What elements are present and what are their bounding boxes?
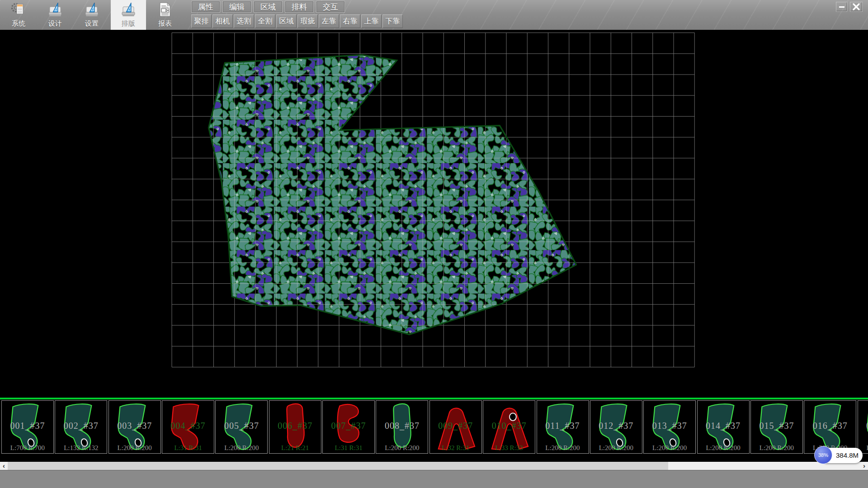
piece-label: 006_#37: [269, 421, 321, 431]
tool-button-10[interactable]: 下靠: [382, 14, 403, 28]
piece-label: 010_#37: [483, 421, 535, 431]
leather-hide-fill: [208, 55, 576, 335]
tool-button-1[interactable]: 聚排: [191, 14, 212, 28]
close-icon: [853, 3, 860, 10]
piece-thumbnail-012_#37[interactable]: 012_#37L:200 R:200: [590, 400, 642, 454]
system-gear-icon: [11, 2, 26, 17]
piece-label: 008_#37: [376, 421, 428, 431]
piece-lr-count: L:200 R:200: [751, 444, 802, 452]
piece-hole: [509, 413, 516, 421]
app-label: 系统: [1, 19, 36, 28]
piece-thumbnail-011_#37[interactable]: 011_#37L:200 R:200: [537, 400, 589, 454]
close-button[interactable]: [850, 2, 863, 12]
nesting-canvas[interactable]: [0, 30, 868, 398]
piece-thumbnail-001_#37[interactable]: 001_#37L:700 R:700: [1, 400, 54, 454]
tool-button-5[interactable]: 区域: [276, 14, 297, 28]
piece-label: 015_#37: [751, 421, 802, 431]
tool-button-6[interactable]: 瑕疵: [297, 14, 318, 28]
piece-label: 012_#37: [590, 421, 642, 431]
progress-value: 38%: [818, 452, 828, 458]
settings-ruler-icon: [84, 2, 99, 17]
piece-label: 009_#37: [430, 421, 481, 431]
piece-label: 007_#37: [323, 421, 374, 431]
app-window: 系统设计设置排版报表 属性编辑区域排料交互 聚排相机选割全割区域瑕疵左靠右靠上靠…: [0, 0, 868, 488]
bottom-status-strip: [0, 470, 868, 488]
horizontal-scrollbar[interactable]: ‹ ›: [0, 462, 868, 470]
memory-value: 384.8M: [836, 451, 859, 459]
app-label: 排版: [111, 19, 146, 28]
toolbar: 系统设计设置排版报表 属性编辑区域排料交互 聚排相机选割全割区域瑕疵左靠右靠上靠…: [0, 0, 868, 30]
design-ruler-icon: [47, 2, 63, 17]
app-item-nesting-ruler[interactable]: 排版: [111, 0, 146, 30]
piece-lr-count: L:31 R:31: [162, 444, 214, 452]
app-item-report[interactable]: 报表: [147, 0, 183, 30]
app-item-system-gear[interactable]: 系统: [1, 0, 36, 30]
tool-button-8[interactable]: 右靠: [340, 14, 360, 28]
minimize-icon: [839, 4, 845, 10]
tool-button-7[interactable]: 左靠: [319, 14, 339, 28]
piece-label: 004_#37: [162, 421, 214, 431]
piece-lr-count: L:32 R:31: [430, 444, 481, 452]
status-badge: 384.8M 38%: [814, 446, 864, 465]
chevron-left-icon: ‹: [3, 462, 5, 469]
piece-label: 011_#37: [537, 421, 589, 431]
piece-label: 001_#37: [2, 421, 53, 431]
menu-tab-5[interactable]: 交互: [316, 1, 345, 13]
menu-tab-3[interactable]: 区域: [254, 1, 283, 13]
piece-label: 014_#37: [698, 421, 749, 431]
piece-thumbnail-002_#37[interactable]: 002_#37L:132 R:132: [55, 400, 107, 454]
piece-thumbnail-014_#37[interactable]: 014_#37L:200 R:200: [697, 400, 750, 454]
piece-label: 003_#37: [109, 421, 160, 431]
piece-lr-count: L:33 R:33: [483, 444, 535, 452]
piece-label: 005_#37: [216, 421, 267, 431]
tool-button-9[interactable]: 上靠: [361, 14, 382, 28]
piece-thumbnail-005_#37[interactable]: 005_#37L:200 R:200: [215, 400, 268, 454]
piece-thumbnail-015_#37[interactable]: 015_#37L:200 R:200: [750, 400, 803, 454]
piece-label: 016_#37: [804, 421, 856, 431]
piece-lr-count: L:21 R:21: [269, 444, 321, 452]
scrollbar-thumb[interactable]: [8, 462, 668, 470]
piece-thumbnail-strip: 001_#37L:700 R:700002_#37L:132 R:132003_…: [0, 399, 868, 462]
report-icon: [157, 2, 173, 17]
piece-thumbnail-010_#37[interactable]: 010_#37L:33 R:33: [483, 400, 535, 454]
piece-lr-count: L:200 R:200: [590, 444, 642, 452]
piece-thumbnail-003_#37[interactable]: 003_#37L:200 R:200: [108, 400, 161, 454]
nesting-ruler-icon: [121, 2, 136, 17]
progress-circle: 38%: [814, 446, 832, 464]
piece-lr-count: L:200 R:200: [216, 444, 267, 452]
piece-lr-count: L:132 R:132: [55, 444, 107, 452]
piece-thumbnail-006_#37[interactable]: 006_#37L:21 R:21: [269, 400, 321, 454]
menu-tab-1[interactable]: 属性: [191, 1, 220, 13]
piece-lr-count: L:200 R:200: [109, 444, 160, 452]
app-label: 报表: [147, 19, 183, 28]
minimize-button[interactable]: [836, 2, 847, 12]
piece-label: 013_#37: [644, 421, 695, 431]
menu-tab-2[interactable]: 编辑: [222, 1, 251, 13]
piece-label: 017_#37: [858, 421, 868, 431]
app-label: 设置: [74, 19, 109, 28]
piece-thumbnail-008_#37[interactable]: 008_#37L:200 R:200: [376, 400, 428, 454]
app-item-design-ruler[interactable]: 设计: [38, 0, 73, 30]
piece-lr-count: L:200 R:200: [698, 444, 749, 452]
piece-thumbnail-007_#37[interactable]: 007_#37L:31 R:31: [322, 400, 375, 454]
app-item-settings-ruler[interactable]: 设置: [74, 0, 109, 30]
piece-lr-count: L:200 R:200: [537, 444, 589, 452]
piece-lr-count: L:200 R:200: [644, 444, 695, 452]
tool-button-3[interactable]: 选割: [234, 14, 254, 28]
menu-tab-4[interactable]: 排料: [285, 1, 314, 13]
piece-thumbnail-009_#37[interactable]: 009_#37L:32 R:31: [429, 400, 482, 454]
tool-button-2[interactable]: 相机: [212, 14, 233, 28]
piece-thumbnail-013_#37[interactable]: 013_#37L:200 R:200: [643, 400, 696, 454]
nesting-canvas-svg: [0, 30, 868, 398]
piece-lr-count: L:200 R:200: [376, 444, 428, 452]
piece-thumbnail-004_#37[interactable]: 004_#37L:31 R:31: [162, 400, 214, 454]
piece-lr-count: L:700 R:700: [2, 444, 53, 452]
tool-button-4[interactable]: 全割: [255, 14, 275, 28]
piece-lr-count: L:31 R:31: [323, 444, 374, 452]
app-label: 设计: [38, 19, 73, 28]
scroll-left-button[interactable]: ‹: [0, 462, 8, 470]
piece-label: 002_#37: [55, 421, 107, 431]
